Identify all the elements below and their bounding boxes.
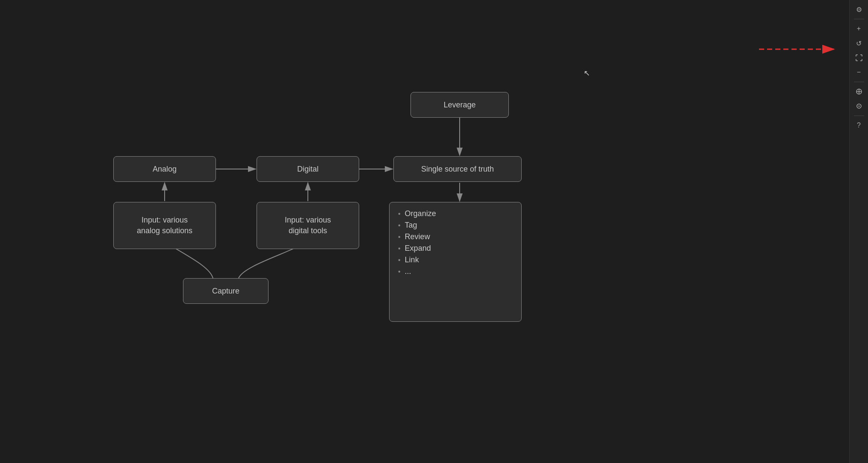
capture-node: Capture	[183, 278, 269, 304]
input-digital-node: Input: variousdigital tools	[257, 202, 359, 249]
analog-node: Analog	[113, 156, 216, 182]
input-analog-node: Input: variousanalog solutions	[113, 202, 216, 249]
input-analog-label: Input: variousanalog solutions	[137, 215, 192, 236]
separator-2	[854, 82, 864, 82]
svg-point-14	[858, 106, 859, 107]
nav-button[interactable]	[852, 85, 866, 98]
action-more: ...	[398, 267, 513, 276]
separator-1	[854, 19, 864, 19]
refresh-button[interactable]: ↺	[852, 36, 866, 50]
fullscreen-button[interactable]	[852, 51, 866, 65]
input-digital-label: Input: variousdigital tools	[285, 215, 331, 236]
action-review: Review	[398, 232, 513, 241]
zoom-out-button[interactable]: −	[852, 65, 866, 79]
target-button[interactable]	[852, 99, 866, 113]
action-link: Link	[398, 255, 513, 264]
action-organize: Organize	[398, 209, 513, 218]
single-source-node: Single source of truth	[393, 156, 522, 182]
mouse-cursor: ↖	[584, 68, 589, 76]
action-expand: Expand	[398, 244, 513, 253]
digital-node: Digital	[257, 156, 359, 182]
separator-3	[854, 116, 864, 116]
red-dashed-arrow	[759, 41, 844, 58]
help-button[interactable]: ?	[852, 119, 866, 132]
leverage-node: Leverage	[410, 92, 509, 118]
toolbar: ⚙ + ↺ − ?	[849, 0, 868, 463]
actions-list-node: Organize Tag Review Expand Link ...	[389, 202, 522, 322]
zoom-in-button[interactable]: +	[852, 22, 866, 36]
settings-button[interactable]: ⚙	[852, 3, 866, 16]
action-tag: Tag	[398, 221, 513, 230]
